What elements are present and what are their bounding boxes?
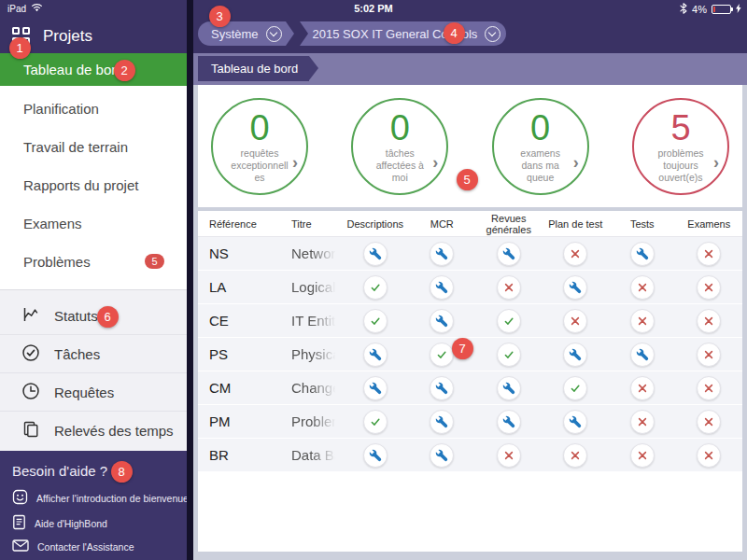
status-cell	[676, 410, 743, 434]
wrench-icon[interactable]	[497, 410, 521, 434]
table-row-ce[interactable]: CEIT Entity	[198, 304, 742, 338]
stat-label: problèmestoujoursouvert(e)s	[657, 147, 703, 184]
x-icon[interactable]	[563, 242, 587, 266]
help-item-label: Aide d'HighBond	[35, 518, 107, 529]
x-icon[interactable]	[563, 443, 587, 468]
wrench-icon[interactable]	[630, 242, 655, 266]
x-icon[interactable]	[697, 275, 721, 300]
status-cell	[543, 443, 610, 468]
wrench-icon[interactable]	[363, 376, 388, 400]
row-title: Logical	[291, 279, 342, 295]
wrench-icon[interactable]	[563, 343, 587, 367]
row-reference: LA	[209, 279, 291, 295]
check-icon[interactable]	[497, 309, 521, 333]
x-icon[interactable]	[697, 410, 721, 434]
sidebar-item-rapports-du-projet[interactable]: Rapports du projet	[0, 166, 187, 204]
stat-circle-requêtes[interactable]: 0requêtesexceptionnelles›	[211, 98, 308, 195]
sidebar-item-label: Planification	[23, 101, 99, 117]
status-cell	[475, 443, 543, 468]
sidebar-item-label: Rapports du projet	[23, 177, 138, 193]
sidebar-item-tableau-de-bord[interactable]: Tableau de bord	[0, 53, 187, 86]
wrench-icon[interactable]	[497, 242, 521, 266]
x-icon[interactable]	[630, 410, 655, 434]
sidebar-item-statuts[interactable]: Statuts	[0, 297, 187, 335]
sidebar-item-requ-tes[interactable]: Requêtes	[0, 373, 187, 412]
controls-table: RéférenceTitreDescriptionsMCRRevues géné…	[198, 211, 742, 552]
x-icon[interactable]	[497, 275, 521, 300]
wrench-icon[interactable]	[363, 443, 388, 468]
help-item[interactable]: Aide d'HighBond	[12, 514, 179, 532]
status-cell	[609, 343, 676, 367]
clock-icon	[21, 382, 40, 403]
wrench-icon[interactable]	[430, 376, 454, 400]
wrench-icon[interactable]	[430, 275, 454, 300]
sidebar-item-travail-de-terrain[interactable]: Travail de terrain	[0, 128, 187, 166]
sidebar-item-examens[interactable]: Examens	[0, 204, 187, 243]
wrench-icon[interactable]	[630, 343, 655, 367]
check-icon[interactable]	[363, 309, 388, 333]
chevron-down-icon[interactable]	[485, 26, 500, 42]
wrench-icon[interactable]	[430, 242, 454, 266]
annotation-marker-6: 6	[97, 306, 119, 328]
row-reference: PM	[209, 413, 291, 429]
help-item[interactable]: Afficher l'introduction de bienvenue	[12, 489, 179, 507]
status-cell	[475, 309, 543, 333]
check-icon[interactable]	[430, 343, 454, 367]
x-icon[interactable]	[630, 443, 655, 468]
breadcrumb-project-chip[interactable]: 2015 SOX IT General Controls	[300, 21, 507, 46]
bluetooth-icon	[680, 3, 687, 16]
annotation-marker-7: 7	[452, 338, 473, 359]
help-item[interactable]: Contacter l'Assistance	[12, 539, 179, 553]
wrench-icon[interactable]	[430, 410, 454, 434]
x-icon[interactable]	[630, 275, 655, 300]
table-row-la[interactable]: LALogical	[198, 271, 742, 304]
status-cell	[475, 376, 543, 400]
x-icon[interactable]	[630, 309, 655, 333]
table-row-br[interactable]: BRData Ba	[198, 439, 742, 472]
wrench-icon[interactable]	[497, 376, 521, 400]
help-section: Besoin d'aide ? Afficher l'introduction …	[0, 451, 187, 560]
x-icon[interactable]	[697, 343, 721, 367]
check-icon[interactable]	[363, 410, 388, 434]
status-cell	[342, 275, 409, 300]
row-title: Problem	[291, 413, 342, 429]
x-icon[interactable]	[697, 242, 721, 266]
wrench-icon[interactable]	[563, 275, 587, 300]
chevron-down-icon[interactable]	[266, 26, 282, 42]
table-row-pm[interactable]: PMProblem	[198, 405, 742, 439]
sidebar-item-probl-mes[interactable]: Problèmes5	[0, 243, 187, 281]
status-cell	[409, 242, 476, 266]
status-cell	[676, 242, 743, 266]
status-cell	[475, 275, 543, 300]
wrench-icon[interactable]	[363, 242, 388, 266]
x-icon[interactable]	[697, 443, 721, 468]
row-title: IT Entity	[291, 313, 342, 329]
stat-circle-examens[interactable]: 0examensdans maqueue›	[492, 98, 589, 195]
table-row-cm[interactable]: CMChange	[198, 371, 742, 405]
check-icon[interactable]	[363, 275, 388, 300]
stat-circle-tâches[interactable]: 0tâchesaffectées àmoi›	[351, 98, 448, 195]
x-icon[interactable]	[563, 309, 587, 333]
wrench-icon[interactable]	[563, 410, 587, 434]
sidebar-item-t-ches[interactable]: Tâches	[0, 335, 187, 373]
wrench-icon[interactable]	[430, 309, 454, 333]
breadcrumb-system-chip[interactable]: Système	[198, 21, 286, 46]
wrench-icon[interactable]	[363, 343, 388, 367]
sidebar-item-relev-s-des-temps[interactable]: Relevés des temps	[0, 412, 187, 450]
x-icon[interactable]	[697, 309, 721, 333]
status-cell	[676, 275, 743, 300]
x-icon[interactable]	[697, 376, 721, 400]
section-band: Tableau de bord	[193, 53, 747, 85]
stat-circle-problèmes[interactable]: 5problèmestoujoursouvert(e)s›	[632, 98, 729, 195]
sidebar-item-planification[interactable]: Planification	[0, 90, 187, 128]
x-icon[interactable]	[630, 376, 655, 400]
table-row-ns[interactable]: NSNetwork	[198, 237, 742, 271]
section-title: Tableau de bord	[211, 62, 298, 76]
column-header: Descriptions	[342, 218, 409, 230]
check-icon[interactable]	[497, 343, 521, 367]
wrench-icon[interactable]	[430, 443, 454, 468]
check-icon[interactable]	[563, 376, 587, 400]
x-icon[interactable]	[497, 443, 521, 468]
column-header: Examens	[676, 218, 743, 230]
sidebar-nav: PlanificationTravail de terrainRapports …	[0, 86, 187, 289]
